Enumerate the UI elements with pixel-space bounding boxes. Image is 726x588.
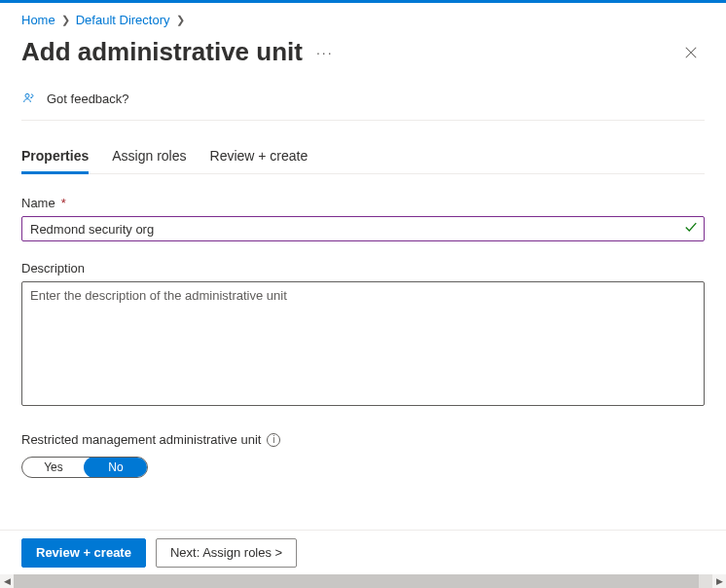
feedback-link[interactable]: Got feedback? [21, 85, 705, 121]
breadcrumb-home[interactable]: Home [21, 13, 55, 27]
next-assign-roles-button[interactable]: Next: Assign roles > [156, 538, 297, 568]
name-field-wrapper [21, 216, 705, 241]
more-actions-button[interactable]: ··· [316, 45, 334, 60]
restricted-toggle[interactable]: Yes No [21, 457, 148, 478]
name-input[interactable] [30, 222, 678, 237]
review-create-button[interactable]: Review + create [21, 538, 146, 568]
close-icon [684, 46, 698, 59]
title-row: Add administrative unit ··· [21, 37, 705, 67]
chevron-right-icon: ❯ [61, 14, 70, 26]
feedback-label: Got feedback? [47, 92, 129, 106]
name-label: Name* [21, 196, 705, 210]
required-indicator: * [61, 196, 66, 210]
restricted-label: Restricted management administrative uni… [21, 432, 705, 447]
horizontal-scrollbar[interactable]: ◀ ▶ [0, 574, 726, 588]
breadcrumb: Home ❯ Default Directory ❯ [21, 3, 705, 33]
chevron-right-icon: ❯ [176, 14, 185, 26]
tab-properties[interactable]: Properties [21, 142, 89, 173]
toggle-no[interactable]: No [84, 457, 148, 478]
scroll-left-icon[interactable]: ◀ [0, 574, 14, 588]
scroll-thumb[interactable] [14, 574, 699, 588]
svg-point-0 [25, 93, 29, 97]
tab-review-create[interactable]: Review + create [210, 142, 309, 173]
scroll-track[interactable] [14, 574, 712, 588]
info-icon[interactable]: i [267, 433, 280, 447]
description-textarea[interactable] [21, 281, 705, 406]
valid-check-icon [684, 221, 698, 238]
footer-bar: Review + create Next: Assign roles > [0, 530, 726, 574]
page-title: Add administrative unit [21, 37, 303, 67]
breadcrumb-directory[interactable]: Default Directory [76, 13, 170, 27]
feedback-icon [21, 91, 37, 106]
tabs: Properties Assign roles Review + create [21, 142, 705, 174]
description-label: Description [21, 261, 705, 276]
close-button[interactable] [677, 39, 705, 66]
tab-assign-roles[interactable]: Assign roles [112, 142, 186, 173]
toggle-yes[interactable]: Yes [22, 458, 85, 477]
scroll-right-icon[interactable]: ▶ [712, 574, 726, 588]
